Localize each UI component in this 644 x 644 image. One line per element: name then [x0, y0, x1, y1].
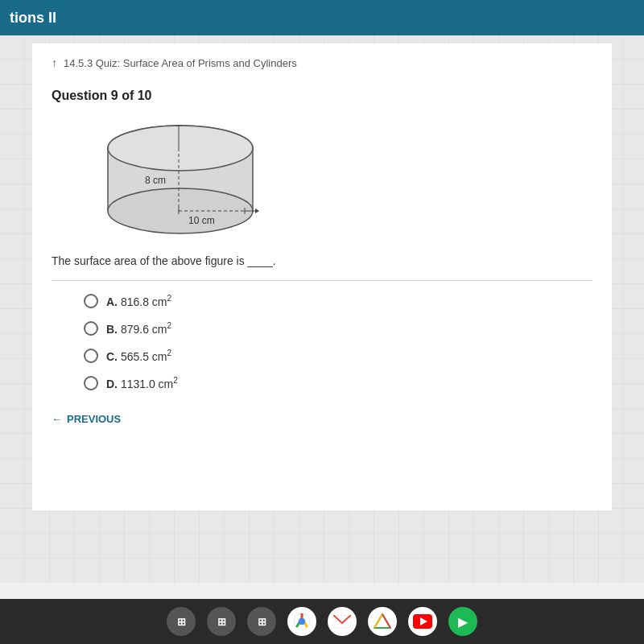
previous-arrow: ← — [52, 413, 62, 425]
option-b-label: B. 879.6 cm2 — [106, 321, 171, 336]
breadcrumb: ↑ 14.5.3 Quiz: Surface Area of Prisms an… — [52, 56, 592, 72]
breadcrumb-icon: ↑ — [52, 56, 57, 69]
svg-point-18 — [299, 618, 305, 625]
taskbar-icon-grid3[interactable]: ⊞ — [247, 607, 276, 636]
top-bar: tions II — [0, 0, 644, 35]
previous-label: PREVIOUS — [67, 413, 121, 425]
svg-line-21 — [374, 614, 382, 628]
figure-container: 8 cm 10 cm — [52, 118, 592, 238]
taskbar-icon-play[interactable]: ▶ — [448, 607, 477, 636]
taskbar-icon-youtube[interactable] — [408, 607, 437, 636]
previous-button[interactable]: ← PREVIOUS — [52, 413, 121, 425]
option-b[interactable]: B. 879.6 cm2 — [84, 321, 592, 336]
svg-text:10 cm: 10 cm — [188, 215, 215, 226]
svg-text:8 cm: 8 cm — [145, 175, 166, 186]
question-header: Question 9 of 10 — [52, 89, 592, 103]
main-area: ↑ 14.5.3 Quiz: Surface Area of Prisms an… — [0, 35, 644, 583]
radio-b[interactable] — [84, 321, 98, 336]
breadcrumb-text: 14.5.3 Quiz: Surface Area of Prisms and … — [64, 57, 297, 69]
taskbar-icon-chrome[interactable] — [287, 607, 316, 636]
option-c-label: C. 565.5 cm2 — [106, 349, 171, 363]
svg-marker-20 — [374, 614, 390, 628]
svg-marker-15 — [255, 208, 259, 213]
radio-a[interactable] — [84, 294, 98, 308]
cylinder-figure: 8 cm 10 cm — [84, 118, 277, 238]
quiz-container: ↑ 14.5.3 Quiz: Surface Area of Prisms an… — [32, 43, 612, 510]
app-title: tions II — [10, 10, 56, 27]
option-a[interactable]: A. 816.8 cm2 — [84, 294, 592, 308]
option-c[interactable]: C. 565.5 cm2 — [84, 349, 592, 363]
taskbar-icon-grid1[interactable]: ⊞ — [167, 607, 196, 636]
taskbar-icon-drive[interactable] — [368, 607, 397, 636]
divider — [52, 280, 592, 281]
option-d[interactable]: D. 1131.0 cm2 — [84, 376, 592, 390]
options-list: A. 816.8 cm2 B. 879.6 cm2 C. 565.5 cm2 D… — [52, 294, 592, 390]
taskbar-icon-grid2[interactable]: ⊞ — [207, 607, 236, 636]
option-a-label: A. 816.8 cm2 — [106, 294, 171, 308]
taskbar-icon-gmail[interactable] — [328, 607, 357, 636]
option-d-label: D. 1131.0 cm2 — [106, 376, 178, 390]
radio-d[interactable] — [84, 376, 98, 390]
svg-line-22 — [382, 614, 390, 628]
question-text: The surface area of the above figure is … — [52, 254, 592, 267]
svg-point-5 — [108, 126, 253, 171]
radio-c[interactable] — [84, 349, 98, 363]
taskbar: ⊞ ⊞ ⊞ ▶ — [0, 599, 644, 644]
